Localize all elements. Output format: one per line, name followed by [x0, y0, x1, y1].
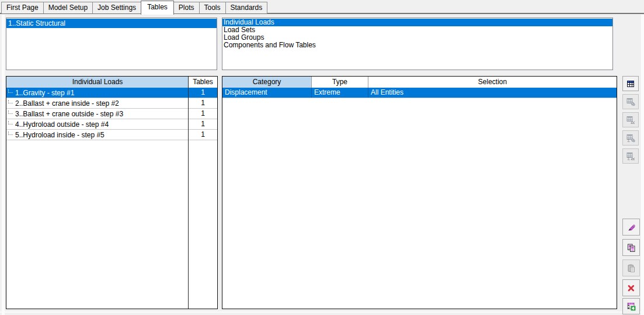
- row-label: 1..Gravity - step #1: [15, 89, 74, 97]
- edit-pencil-icon: [626, 223, 636, 232]
- edit-button[interactable]: [622, 219, 640, 236]
- tab-plots[interactable]: Plots: [173, 2, 200, 13]
- copy-button[interactable]: [622, 239, 640, 256]
- tree-node-icon: [8, 100, 13, 103]
- row-tables-count: 1: [189, 130, 217, 140]
- table-sum-set-icon: Σ: [626, 133, 635, 143]
- svg-text:Σ: Σ: [627, 139, 630, 143]
- listbox-item-static-structural[interactable]: 1..Static Structural: [6, 19, 217, 28]
- row-tables-count: 1: [189, 98, 217, 108]
- listbox-item-components-flow-tables[interactable]: Components and Flow Tables: [222, 41, 612, 49]
- import-table-icon: [626, 302, 636, 311]
- delete-button[interactable]: [622, 279, 640, 296]
- tab-bar: First Page Model Setup Job Settings Tabl…: [0, 0, 644, 15]
- svg-text:Σ: Σ: [627, 157, 630, 161]
- individual-loads-table-header: Individual Loads Tables: [6, 77, 217, 88]
- add-sum-table-button[interactable]: Σ: [622, 130, 639, 146]
- cell-type: Extreme: [312, 88, 368, 98]
- tab-standards[interactable]: Standards: [225, 2, 268, 13]
- table-row-ballast-crane-inside[interactable]: 2..Ballast + crane inside - step #2 1: [6, 98, 217, 109]
- table-plot-icon: [626, 115, 635, 124]
- table-sum-plot-icon: Σ: [626, 151, 635, 161]
- left-edge-strip: [2, 15, 5, 315]
- column-header-tables: Tables: [189, 77, 217, 88]
- delete-x-icon: [626, 283, 636, 293]
- add-table-button[interactable]: [622, 76, 639, 91]
- table-set-icon: [626, 97, 635, 106]
- paste-button[interactable]: [622, 259, 640, 276]
- row-label: 2..Ballast + crane inside - step #2: [15, 99, 119, 108]
- tree-node-icon: [8, 131, 13, 135]
- table-row-ballast-crane-outside[interactable]: 3..Ballast + crane outside - step #3 1: [6, 109, 217, 119]
- row-tables-count: 1: [189, 88, 217, 98]
- load-detail-table: Category Type Selection Displacement Ext…: [222, 76, 617, 309]
- listbox-item-individual-loads[interactable]: Individual Loads: [222, 19, 612, 26]
- copy-icon: [626, 243, 636, 252]
- row-tables-count: 1: [189, 109, 217, 119]
- table-icon: [626, 79, 635, 88]
- detail-table-header: Category Type Selection: [222, 77, 617, 88]
- column-header-category: Category: [222, 77, 312, 88]
- table-row-gravity[interactable]: 1..Gravity - step #1 1: [6, 88, 217, 98]
- column-header-individual-loads: Individual Loads: [6, 77, 189, 88]
- row-label: 3..Ballast + crane outside - step #3: [15, 110, 123, 118]
- tab-tools[interactable]: Tools: [199, 2, 226, 13]
- table-row-hydroload-outside[interactable]: 4..Hydroload outside - step #4 1: [6, 119, 217, 130]
- listbox-item-load-sets[interactable]: Load Sets: [222, 26, 612, 34]
- table-row-hydroload-inside[interactable]: 5..Hydroload inside - step #5 1: [6, 130, 217, 140]
- bottom-edge-strip: [0, 311, 644, 313]
- column-separator: [188, 77, 189, 309]
- add-table-set-button[interactable]: [622, 94, 639, 109]
- table-category-listbox: Individual Loads Load Sets Load Groups C…: [222, 18, 613, 70]
- tab-tables[interactable]: Tables: [141, 1, 174, 15]
- individual-loads-table: Individual Loads Tables 1..Gravity - ste…: [6, 76, 218, 309]
- paste-icon: [626, 264, 636, 273]
- row-label: 4..Hydroload outside - step #4: [15, 120, 109, 129]
- column-header-selection: Selection: [368, 77, 617, 88]
- import-table-button[interactable]: [622, 298, 640, 314]
- row-tables-count: 1: [189, 119, 217, 129]
- tab-first-page[interactable]: First Page: [1, 2, 44, 13]
- column-header-type: Type: [312, 77, 368, 88]
- table-row-displacement[interactable]: Displacement Extreme All Entities: [222, 88, 617, 98]
- right-edge-strip: [641, 15, 644, 315]
- tree-node-icon: [8, 121, 13, 124]
- tree-node-icon: [8, 89, 13, 93]
- cell-category: Displacement: [222, 88, 312, 98]
- cell-selection: All Entities: [368, 88, 617, 98]
- analysis-listbox: 1..Static Structural: [6, 18, 217, 70]
- row-label: 5..Hydroload inside - step #5: [15, 131, 105, 139]
- add-sum-plot-button[interactable]: Σ: [622, 148, 639, 164]
- tree-node-icon: [8, 110, 13, 114]
- add-plot-button[interactable]: [622, 112, 639, 127]
- tab-job-settings[interactable]: Job Settings: [92, 2, 141, 13]
- tab-model-setup[interactable]: Model Setup: [43, 2, 93, 13]
